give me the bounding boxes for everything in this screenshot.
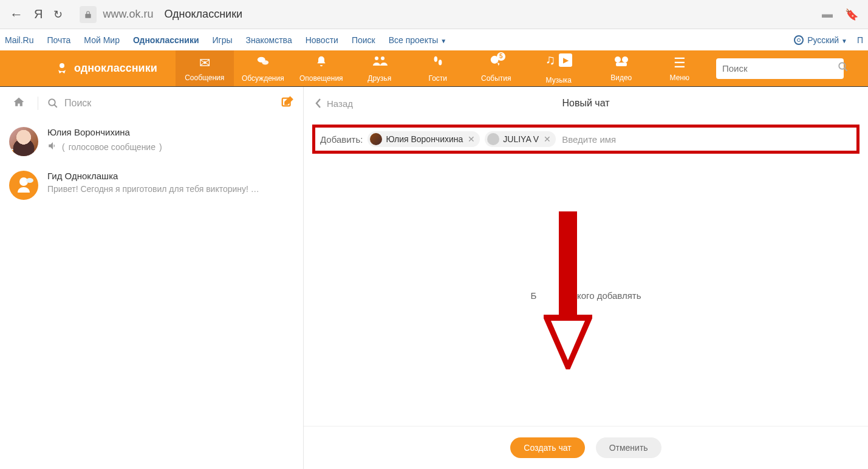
online-indicator	[9, 149, 16, 156]
nav-discussions[interactable]: Обсуждения	[234, 50, 292, 86]
browser-reload-button[interactable]: ↻	[53, 8, 63, 21]
create-chat-button[interactable]: Создать чат	[510, 437, 584, 458]
svg-point-4	[381, 56, 384, 60]
hamburger-icon: ☰	[674, 55, 686, 71]
portal-link-mail[interactable]: Почта	[47, 35, 70, 45]
nav-menu[interactable]: ☰ Меню	[651, 50, 709, 86]
svg-line-14	[54, 104, 57, 108]
portal-link-projects[interactable]: Все проекты ▼	[389, 35, 447, 45]
music-note-icon: ♫	[545, 52, 556, 68]
portal-bar: Mail.Ru Почта Мой Мир Одноклассники Игры…	[0, 29, 868, 50]
globe-icon	[794, 35, 804, 45]
portal-link-myworld[interactable]: Мой Мир	[84, 35, 120, 45]
add-user-input[interactable]	[561, 132, 852, 147]
nav-music[interactable]: ♫ ▶ Музыка	[525, 50, 592, 86]
svg-point-9	[622, 56, 628, 63]
nav-search-box[interactable]	[716, 58, 844, 79]
svg-rect-18	[559, 211, 577, 321]
nav-guests[interactable]: Гости	[409, 50, 467, 86]
main-nav: одноклассники ✉ Сообщения Обсуждения Опо…	[0, 50, 868, 86]
yandex-logo[interactable]: Я	[34, 7, 43, 21]
chat-bubbles-icon	[256, 55, 270, 72]
bell-icon	[315, 55, 327, 72]
address-bar[interactable]: www.ok.ru Одноклассники	[73, 6, 811, 23]
search-icon[interactable]	[838, 61, 849, 75]
nav-search-wrap	[716, 50, 844, 86]
portal-link-news[interactable]: Новости	[306, 35, 338, 45]
svg-point-8	[615, 56, 621, 63]
chat-list-sidebar: Поиск Юлия Ворончихина ( голосовое сообщ…	[0, 87, 304, 469]
site-logo[interactable]: одноклассники	[55, 50, 176, 86]
browser-back-button[interactable]: ←	[10, 7, 23, 22]
portal-link-games[interactable]: Игры	[213, 35, 233, 45]
footprints-icon	[431, 55, 445, 72]
nav-events[interactable]: События	[467, 50, 525, 86]
content-header: Назад Новый чат	[304, 87, 868, 120]
chat-name: Гид Одноклашка	[47, 171, 294, 181]
chip-name: JULIYA V	[503, 134, 539, 144]
chip-avatar	[370, 133, 382, 145]
sidebar-search[interactable]: Поиск	[47, 98, 91, 109]
chip-name: Юлия Ворончихина	[386, 134, 463, 144]
user-chip[interactable]: Юлия Ворончихина ✕	[367, 131, 480, 147]
cancel-button[interactable]: Отменить	[596, 437, 661, 458]
nav-search-input[interactable]	[722, 63, 838, 74]
chip-remove-button[interactable]: ✕	[544, 134, 551, 144]
chip-remove-button[interactable]: ✕	[468, 134, 475, 144]
people-icon	[372, 55, 388, 72]
chat-name: Юлия Ворончихина	[47, 127, 294, 137]
bookmark-icon[interactable]: 🔖	[845, 8, 858, 21]
svg-point-5	[434, 56, 437, 61]
sidebar-search-label: Поиск	[64, 98, 91, 109]
portal-link-dating[interactable]: Знакомства	[246, 35, 292, 45]
browser-toolbar: ← Я ↻ www.ok.ru Одноклассники ▬ 🔖	[0, 0, 868, 29]
chat-item[interactable]: Гид Одноклашка Привет! Сегодня я пригото…	[0, 163, 303, 207]
site-logo-text: одноклассники	[74, 62, 157, 75]
nav-video[interactable]: Видео	[592, 50, 651, 86]
svg-marker-20	[551, 321, 585, 360]
chip-avatar	[487, 133, 499, 145]
envelope-icon: ✉	[199, 55, 210, 71]
nav-messages[interactable]: ✉ Сообщения	[176, 50, 234, 86]
nav-friends[interactable]: Друзья	[350, 50, 409, 86]
url-title: Одноклассники	[164, 8, 242, 21]
svg-point-3	[375, 56, 378, 60]
throttle-icon[interactable]: ▬	[822, 8, 833, 21]
chat-item[interactable]: Юлия Ворончихина ( голосовое сообщение)	[0, 120, 303, 163]
separator	[38, 97, 38, 110]
nav-notifications[interactable]: Оповещения	[292, 50, 350, 86]
new-chat-panel: Назад Новый чат Добавить: Юлия Ворончихи…	[304, 87, 868, 469]
lock-icon	[80, 6, 97, 23]
chat-preview: ( голосовое сообщение)	[47, 140, 294, 153]
svg-point-2	[262, 60, 268, 64]
url-domain: www.ok.ru	[103, 8, 153, 21]
sidebar-header: Поиск	[0, 87, 303, 120]
portal-initial[interactable]: П	[857, 35, 863, 45]
footer-actions: Создать чат Отменить	[304, 426, 868, 469]
svg-point-13	[49, 99, 55, 106]
play-button-icon: ▶	[559, 53, 572, 67]
svg-rect-10	[616, 63, 627, 66]
portal-link-search[interactable]: Поиск	[352, 35, 375, 45]
language-selector[interactable]: Русский ▼	[807, 35, 847, 45]
video-camera-icon	[613, 55, 629, 71]
portal-link-mailru[interactable]: Mail.Ru	[5, 35, 33, 45]
home-button[interactable]	[9, 96, 29, 111]
compose-button[interactable]	[281, 95, 294, 111]
add-label: Добавить:	[320, 134, 363, 145]
back-label: Назад	[327, 98, 353, 109]
svg-line-12	[844, 68, 847, 71]
svg-point-0	[60, 63, 64, 68]
avatar	[9, 127, 38, 156]
add-users-section: Добавить: Юлия Ворончихина ✕ JULIYA V ✕	[312, 125, 859, 154]
back-button[interactable]: Назад	[315, 98, 353, 109]
svg-point-6	[439, 60, 442, 65]
svg-marker-19	[547, 318, 589, 366]
user-chip[interactable]: JULIYA V ✕	[485, 131, 556, 147]
portal-link-ok[interactable]: Одноклассники	[133, 35, 199, 45]
ok-logo-icon	[55, 61, 69, 76]
svg-point-17	[26, 178, 33, 183]
avatar	[9, 171, 38, 200]
chat-preview: Привет! Сегодня я приготовил для тебя ви…	[47, 184, 294, 194]
voice-message-icon	[47, 140, 58, 153]
